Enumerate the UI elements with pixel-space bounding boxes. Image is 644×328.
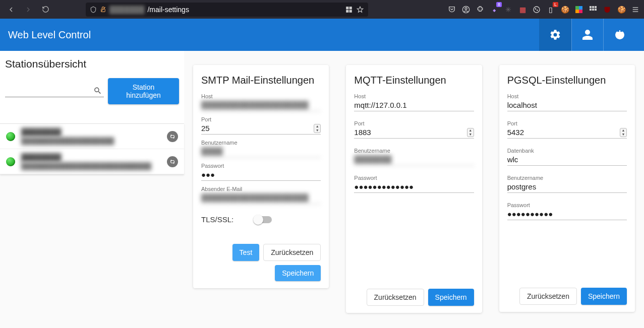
mqtt-title: MQTT-Einstellungen — [354, 74, 474, 86]
svg-rect-14 — [579, 10, 582, 13]
station-item[interactable]: ████████ ████████████████████ — [0, 124, 184, 149]
ext-cookie2-icon[interactable]: 🍪 — [617, 5, 626, 14]
reload-button[interactable] — [38, 3, 52, 17]
power-icon — [614, 29, 626, 41]
svg-point-9 — [535, 9, 536, 9]
lock-icon — [100, 6, 106, 13]
ext-purple-icon[interactable]: ⬥8 — [490, 5, 499, 14]
person-icon — [581, 29, 594, 41]
mqtt-card: MQTT-Einstellungen Host Port ▲▼ Benutzer… — [346, 65, 482, 313]
pgsql-db-label: Datenbank — [507, 148, 627, 154]
ext-cookie-icon[interactable] — [532, 5, 541, 14]
search-input-wrap[interactable] — [5, 86, 104, 97]
search-input[interactable] — [5, 87, 91, 95]
add-station-button[interactable]: Station hinzufügen — [108, 78, 179, 104]
mqtt-reset-button[interactable]: Zurücksetzen — [367, 289, 424, 306]
spinner-icon[interactable]: ▲▼ — [620, 128, 627, 137]
svg-point-7 — [465, 8, 467, 10]
smtp-card: SMTP Mail-Einstellungen Host Port ▲▼ Ben… — [193, 65, 329, 288]
pgsql-save-button[interactable]: Speichern — [581, 288, 627, 305]
pgsql-port-label: Port — [507, 120, 627, 126]
pgsql-pass-label: Passwort — [507, 202, 627, 208]
station-address: ████████████████████████████ — [21, 162, 161, 170]
pgsql-card: PGSQL-Einstellungen Host Port ▲▼ Datenba… — [499, 65, 635, 312]
smtp-pass-input[interactable] — [201, 169, 321, 181]
menu-icon[interactable] — [631, 5, 640, 14]
pocket-icon[interactable] — [447, 5, 456, 14]
bookmark-icon[interactable] — [356, 6, 364, 14]
tls-label: TLS/SSL: — [201, 215, 233, 224]
svg-rect-20 — [595, 9, 597, 11]
ext-dim-icon[interactable]: ✳ — [504, 5, 513, 14]
smtp-port-input[interactable] — [201, 122, 321, 135]
ext-apps-icon[interactable] — [589, 5, 598, 14]
smtp-user-input[interactable] — [201, 146, 321, 158]
sidebar: Stationsübersicht Station hinzufügen ███… — [0, 51, 184, 174]
sidebar-title: Stationsübersicht — [5, 58, 179, 70]
smtp-reset-button[interactable]: Zurücksetzen — [263, 244, 321, 261]
station-list: ████████ ████████████████████ ████████ █… — [0, 123, 184, 174]
mqtt-port-input[interactable] — [354, 126, 474, 139]
smtp-save-button[interactable]: Speichern — [275, 265, 321, 281]
app-header: Web Level Control — [0, 19, 644, 51]
mqtt-save-button[interactable]: Speichern — [428, 289, 474, 306]
app-title: Web Level Control — [8, 29, 539, 41]
station-item[interactable]: ████████ ████████████████████████████ — [0, 149, 184, 174]
smtp-sender-input[interactable] — [201, 192, 321, 204]
address-bar[interactable]: ███████ /mail-settings — [86, 3, 368, 17]
mqtt-host-input[interactable] — [354, 99, 474, 111]
mqtt-user-input[interactable] — [354, 154, 474, 166]
pgsql-port-input[interactable] — [507, 126, 627, 139]
station-address: ████████████████████ — [21, 137, 161, 145]
gear-icon — [549, 29, 561, 41]
reader-icon[interactable] — [345, 6, 353, 14]
svg-point-10 — [537, 10, 538, 10]
forward-button[interactable] — [21, 3, 35, 17]
browser-chrome: ███████ /mail-settings ⬥8 ✳ ▦ ▯L 🍪 🍪 — [0, 0, 644, 19]
svg-rect-2 — [346, 7, 348, 9]
settings-button[interactable] — [539, 19, 571, 51]
spinner-icon[interactable]: ▲▼ — [314, 124, 321, 133]
pgsql-host-input[interactable] — [507, 99, 627, 111]
shield-icon — [90, 6, 97, 13]
svg-rect-16 — [592, 6, 594, 8]
ext-cup-icon[interactable]: 🍪 — [560, 5, 569, 14]
mqtt-host-label: Host — [354, 93, 474, 99]
svg-rect-11 — [575, 6, 579, 10]
ext-ublock-icon[interactable] — [603, 5, 612, 14]
svg-rect-13 — [575, 10, 579, 13]
smtp-host-label: Host — [201, 93, 321, 99]
spinner-icon[interactable]: ▲▼ — [467, 128, 474, 137]
extensions-icon[interactable] — [476, 5, 485, 14]
url-path: /mail-settings — [147, 6, 189, 14]
smtp-host-input[interactable] — [201, 99, 321, 111]
tls-toggle[interactable] — [255, 216, 272, 223]
pgsql-reset-button[interactable]: Zurücksetzen — [519, 288, 577, 305]
svg-rect-18 — [590, 9, 592, 11]
pgsql-db-input[interactable] — [507, 154, 627, 166]
sync-icon[interactable] — [167, 156, 178, 167]
power-button[interactable] — [604, 19, 636, 51]
back-button[interactable] — [4, 3, 18, 17]
ext-grid-icon[interactable]: ▦ — [518, 5, 527, 14]
smtp-title: SMTP Mail-Einstellungen — [201, 74, 321, 86]
account-button[interactable] — [571, 19, 604, 51]
svg-rect-5 — [349, 10, 352, 12]
ext-colors-icon[interactable] — [574, 5, 583, 14]
main-content: SMTP Mail-Einstellungen Host Port ▲▼ Ben… — [184, 51, 644, 327]
svg-rect-12 — [579, 6, 582, 10]
status-online-icon — [6, 157, 15, 166]
smtp-user-label: Benutzername — [201, 140, 321, 146]
mqtt-pass-input[interactable] — [354, 181, 474, 193]
sync-icon[interactable] — [167, 131, 178, 142]
pgsql-user-input[interactable] — [507, 181, 627, 193]
account-icon[interactable] — [461, 5, 471, 14]
smtp-test-button[interactable]: Test — [232, 244, 260, 261]
pgsql-user-label: Benutzername — [507, 175, 627, 181]
pgsql-pass-input[interactable] — [507, 208, 627, 220]
pgsql-host-label: Host — [507, 93, 627, 99]
ext-doc-icon[interactable]: ▯L — [546, 5, 555, 14]
extension-icons: ⬥8 ✳ ▦ ▯L 🍪 🍪 — [447, 5, 640, 14]
mqtt-port-label: Port — [354, 120, 474, 126]
svg-rect-15 — [590, 6, 592, 8]
